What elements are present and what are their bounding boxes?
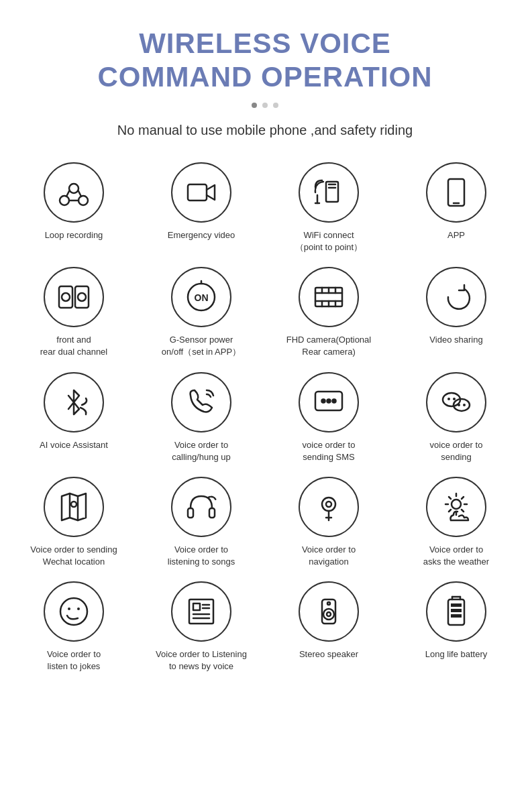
svg-point-1	[60, 196, 69, 205]
svg-point-45	[322, 498, 335, 511]
feature-emergency-video: Emergency video	[141, 162, 262, 253]
fhd-camera-icon	[299, 267, 359, 327]
svg-point-67	[323, 609, 334, 620]
dual-channel-label: front and rear dual channel	[40, 334, 107, 358]
svg-point-38	[458, 404, 460, 406]
feature-jokes: Voice order to listen to jokes	[13, 581, 134, 673]
feature-app: APP	[396, 162, 517, 253]
svg-point-0	[69, 184, 78, 193]
svg-point-58	[68, 607, 70, 610]
feature-calling: Voice order to calling/hung up	[141, 372, 262, 463]
feature-wifi-connect: WiFi connect （point to point）	[268, 162, 389, 253]
svg-point-36	[453, 398, 456, 400]
svg-line-3	[66, 191, 69, 196]
feature-sms: voice order to sending SMS	[268, 372, 389, 463]
sending-label: voice order to sending	[430, 439, 483, 463]
emergency-video-label: Emergency video	[168, 229, 235, 241]
sending-icon	[426, 372, 486, 432]
svg-point-59	[77, 607, 80, 610]
sms-icon	[299, 372, 359, 432]
calling-icon	[171, 372, 231, 432]
wechat-location-label: Voice order to sending Wechat location	[30, 544, 117, 568]
feature-loop-recording: Loop recording	[13, 162, 134, 253]
jokes-label: Voice order to listen to jokes	[47, 648, 101, 673]
svg-rect-6	[188, 184, 207, 200]
svg-point-2	[78, 196, 88, 205]
svg-point-32	[327, 399, 331, 402]
navigation-label: Voice order to navigation	[302, 544, 356, 568]
svg-line-56	[449, 510, 451, 512]
fhd-camera-label: FHD camera(Optional Rear camera)	[286, 334, 371, 358]
news-icon	[171, 581, 231, 642]
svg-rect-75	[451, 609, 462, 612]
dot-2	[262, 103, 268, 108]
calling-label: Voice order to calling/hung up	[172, 439, 230, 463]
feature-battery: Long life battery	[396, 581, 517, 673]
svg-point-17	[78, 293, 86, 301]
feature-fhd-camera: FHD camera(Optional Rear camera)	[268, 267, 389, 358]
svg-point-35	[447, 398, 450, 400]
ai-voice-label: AI voice Assistant	[40, 439, 108, 451]
wifi-connect-icon	[299, 162, 359, 223]
dot-3	[273, 103, 278, 108]
svg-line-53	[449, 497, 451, 499]
emergency-video-icon	[171, 162, 231, 223]
dual-channel-icon	[44, 267, 104, 327]
page-title: WIRELESS VOICE COMMAND OPERATION	[97, 27, 432, 95]
svg-line-54	[462, 510, 464, 512]
feature-wechat-location: Voice order to sending Wechat location	[13, 477, 134, 568]
svg-point-31	[322, 399, 325, 402]
songs-icon	[171, 477, 231, 537]
stereo-label: Stereo speaker	[299, 648, 358, 660]
video-sharing-label: Video sharing	[429, 334, 482, 346]
svg-point-46	[326, 502, 331, 507]
feature-weather: Voice order to asks the weather	[396, 477, 517, 568]
video-sharing-icon	[426, 267, 486, 327]
stereo-icon	[299, 581, 359, 642]
feature-dual-channel: front and rear dual channel	[13, 267, 134, 358]
sms-label: voice order to sending SMS	[303, 439, 356, 463]
feature-ai-voice: AI voice Assistant	[13, 372, 134, 463]
weather-label: Voice order to asks the weather	[423, 544, 489, 568]
svg-point-15	[62, 293, 70, 301]
svg-line-4	[78, 191, 81, 196]
svg-point-48	[452, 500, 461, 509]
svg-rect-61	[193, 603, 200, 610]
battery-icon	[426, 581, 486, 642]
svg-line-55	[462, 497, 464, 499]
dot-1	[252, 103, 257, 108]
svg-rect-44	[209, 508, 215, 518]
feature-video-sharing: Video sharing	[396, 267, 517, 358]
feature-navigation: Voice order to navigation	[268, 477, 389, 568]
navigation-icon	[299, 477, 359, 537]
svg-rect-12	[448, 179, 464, 206]
feature-sending: voice order to sending	[396, 372, 517, 463]
feature-news: Voice order to Listening to news by voic…	[141, 581, 262, 673]
app-label: APP	[447, 229, 465, 241]
svg-text:ON: ON	[195, 292, 209, 303]
news-label: Voice order to Listening to news by voic…	[156, 648, 247, 673]
svg-rect-74	[451, 603, 462, 607]
svg-point-57	[60, 598, 87, 625]
pagination-dots	[252, 103, 278, 108]
svg-point-69	[327, 602, 330, 605]
battery-label: Long life battery	[425, 648, 488, 660]
subtitle: No manual to use mobile phone ,and safet…	[117, 123, 413, 138]
features-grid: Loop recording Emergency video WiFi conn…	[13, 162, 517, 673]
g-sensor-icon: ON	[171, 267, 231, 327]
app-icon	[426, 162, 486, 223]
loop-recording-label: Loop recording	[45, 229, 103, 241]
svg-point-68	[327, 612, 331, 616]
feature-g-sensor: ON G-Sensor power on/off（set in APP）	[141, 267, 262, 358]
svg-point-39	[463, 404, 466, 406]
svg-rect-76	[451, 614, 462, 618]
weather-icon	[426, 477, 486, 537]
loop-recording-icon	[44, 162, 104, 223]
g-sensor-label: G-Sensor power on/off（set in APP）	[162, 334, 241, 358]
feature-stereo: Stereo speaker	[268, 581, 389, 673]
wechat-location-icon	[44, 477, 104, 537]
feature-songs: Voice order to listening to songs	[141, 477, 262, 568]
svg-rect-43	[188, 508, 193, 518]
wifi-connect-label: WiFi connect （point to point）	[295, 229, 362, 253]
jokes-icon	[44, 581, 104, 642]
